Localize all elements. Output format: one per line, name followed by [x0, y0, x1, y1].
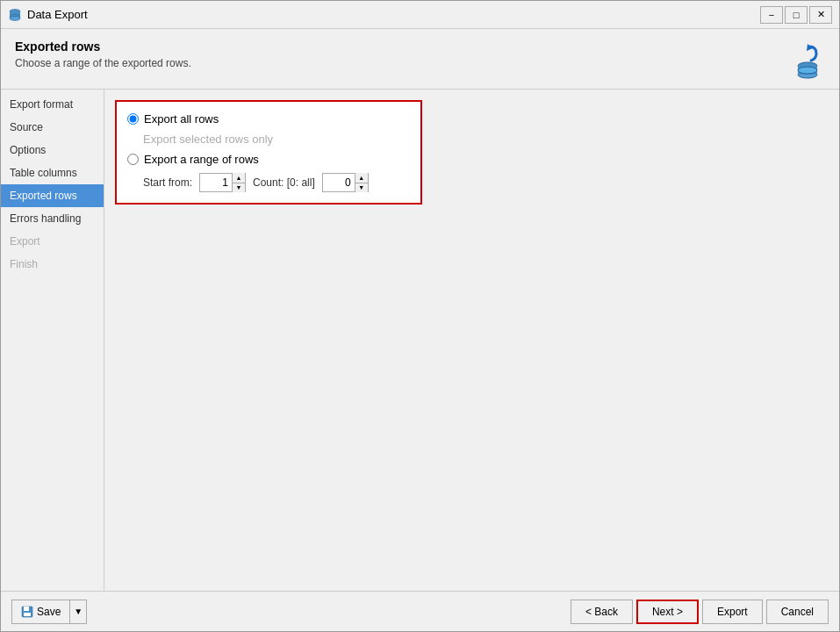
start-from-down-arrow[interactable]: ▼: [233, 183, 245, 193]
sidebar-item-export: Export: [1, 230, 104, 253]
save-dropdown-arrow: ▼: [74, 607, 83, 616]
export-all-rows-row: Export all rows: [127, 112, 410, 126]
svg-point-10: [798, 67, 817, 74]
title-bar-controls: − □ ✕: [760, 6, 832, 24]
cancel-button[interactable]: Cancel: [766, 600, 829, 624]
title-bar: Data Export − □ ✕: [1, 1, 839, 29]
count-down-arrow[interactable]: ▼: [355, 183, 368, 193]
restore-button[interactable]: □: [785, 6, 808, 24]
page-title: Exported rows: [15, 40, 191, 54]
count-label: Count: [0: all]: [253, 176, 315, 189]
app-icon: [8, 8, 22, 22]
save-dropdown-button[interactable]: ▼: [70, 600, 87, 624]
save-label: Save: [37, 606, 61, 618]
start-from-up-arrow[interactable]: ▲: [233, 173, 245, 183]
next-button[interactable]: Next >: [636, 600, 699, 624]
count-spinbox[interactable]: ▲ ▼: [322, 173, 369, 192]
range-controls-row: Start from: ▲ ▼ Count: [0: all] ▲ ▼: [143, 173, 410, 192]
sidebar: Export format Source Options Table colum…: [1, 90, 104, 591]
sidebar-item-finish: Finish: [1, 253, 104, 276]
sidebar-item-source[interactable]: Source: [1, 116, 104, 139]
start-from-input[interactable]: [200, 174, 232, 191]
count-input[interactable]: [323, 174, 355, 191]
export-icon: [783, 40, 825, 82]
export-button[interactable]: Export: [702, 600, 763, 624]
footer: Save ▼ < Back Next > Export Cancel: [1, 591, 839, 631]
sidebar-item-exported-rows[interactable]: Exported rows: [1, 184, 104, 207]
start-from-spinbox[interactable]: ▲ ▼: [199, 173, 246, 192]
export-range-rows-row: Export a range of rows: [127, 153, 410, 166]
close-button[interactable]: ✕: [809, 6, 832, 24]
page-header-text: Exported rows Choose a range of the expo…: [15, 40, 191, 69]
minimize-button[interactable]: −: [760, 6, 783, 24]
export-all-rows-radio[interactable]: [127, 113, 139, 125]
count-up-arrow[interactable]: ▲: [355, 173, 368, 183]
title-bar-left: Data Export: [8, 8, 88, 22]
footer-left: Save ▼: [11, 600, 87, 624]
export-range-rows-label[interactable]: Export a range of rows: [144, 153, 259, 166]
main-window: Data Export − □ ✕ Exported rows Choose a…: [0, 0, 840, 632]
page-description: Choose a range of the exported rows.: [15, 57, 191, 69]
main-layout: Export format Source Options Table colum…: [1, 90, 839, 591]
save-button[interactable]: Save: [11, 600, 70, 624]
header-icon: [783, 40, 825, 82]
svg-rect-13: [24, 613, 31, 616]
sidebar-item-errors-handling[interactable]: Errors handling: [1, 207, 104, 230]
exported-rows-panel: Export all rows Export selected rows onl…: [115, 100, 422, 205]
page-header: Exported rows Choose a range of the expo…: [1, 29, 839, 90]
window-title: Data Export: [27, 8, 88, 21]
export-selected-rows-label: Export selected rows only: [143, 133, 273, 146]
export-selected-rows-row: Export selected rows only: [143, 133, 410, 146]
sidebar-item-table-columns[interactable]: Table columns: [1, 162, 104, 184]
back-button[interactable]: < Back: [571, 600, 633, 624]
export-all-rows-label[interactable]: Export all rows: [144, 112, 219, 126]
export-range-rows-radio[interactable]: [127, 154, 139, 165]
footer-right: < Back Next > Export Cancel: [571, 600, 829, 624]
main-content: Export all rows Export selected rows onl…: [104, 90, 839, 591]
svg-rect-12: [24, 607, 29, 611]
start-from-arrows: ▲ ▼: [232, 173, 245, 192]
count-arrows: ▲ ▼: [355, 173, 368, 192]
save-icon: [21, 606, 33, 618]
start-from-label: Start from:: [143, 176, 192, 189]
sidebar-item-options[interactable]: Options: [1, 139, 104, 162]
svg-point-4: [10, 16, 20, 20]
sidebar-item-export-format[interactable]: Export format: [1, 93, 104, 116]
